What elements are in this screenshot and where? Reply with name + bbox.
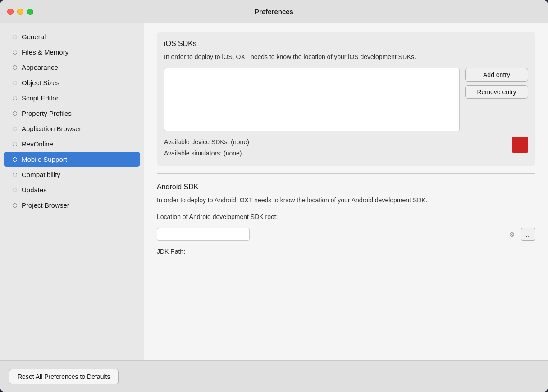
ios-sdk-section: iOS SDKs In order to deploy to iOS, OXT …	[157, 32, 535, 166]
window-controls	[7, 9, 33, 15]
sidebar-label-appearance: Appearance	[22, 64, 58, 71]
sidebar: General Files & Memory Appearance Object…	[0, 23, 144, 360]
ios-section-title: iOS SDKs	[164, 40, 528, 48]
sidebar-label-property-profiles: Property Profiles	[22, 109, 72, 117]
sidebar-label-script-editor: Script Editor	[22, 94, 59, 102]
sidebar-item-property-profiles[interactable]: Property Profiles	[4, 106, 140, 121]
sidebar-dot-compatibility	[13, 173, 17, 177]
minimize-button[interactable]	[17, 9, 23, 15]
sidebar-dot-script-editor	[13, 96, 17, 100]
available-info: Available device SDKs: (none) Available …	[164, 137, 528, 159]
sidebar-item-revonline[interactable]: RevOnline	[4, 137, 140, 151]
sidebar-dot-mobile-support	[13, 157, 17, 162]
jdk-path-label: JDK Path:	[157, 248, 535, 255]
preferences-window: Preferences General Files & Memory Appea…	[0, 0, 548, 392]
sidebar-dot-files-memory	[13, 50, 17, 55]
available-simulators: Available simulators: (none)	[164, 148, 249, 159]
ios-sdk-buttons: Add entry Remove entry	[465, 68, 528, 99]
ios-section-description: In order to deploy to iOS, OXT needs to …	[164, 52, 528, 62]
sidebar-item-updates[interactable]: Updates	[4, 182, 140, 197]
ios-sdk-row: Add entry Remove entry	[164, 68, 528, 131]
red-status-indicator	[512, 137, 528, 153]
sidebar-dot-project-browser	[13, 203, 17, 208]
section-separator	[157, 173, 535, 174]
android-section-title: Android SDK	[157, 183, 535, 191]
sidebar-item-appearance[interactable]: Appearance	[4, 60, 140, 75]
window-title: Preferences	[255, 8, 293, 15]
android-sdk-input[interactable]	[157, 228, 250, 241]
main-content: iOS SDKs In order to deploy to iOS, OXT …	[144, 23, 548, 360]
remove-entry-button[interactable]: Remove entry	[465, 85, 528, 99]
available-text: Available device SDKs: (none) Available …	[164, 137, 249, 159]
android-section-description: In order to deploy to Android, OXT needs…	[157, 196, 535, 205]
maximize-button[interactable]	[27, 9, 33, 15]
footer: Reset All Preferences to Defaults	[0, 360, 548, 392]
sidebar-item-object-sizes[interactable]: Object Sizes	[4, 75, 140, 90]
sidebar-dot-appearance	[13, 65, 17, 70]
close-button[interactable]	[7, 9, 14, 15]
android-sdk-root-label: Location of Android development SDK root…	[157, 212, 535, 222]
sidebar-label-application-browser: Application Browser	[22, 125, 82, 132]
add-entry-button[interactable]: Add entry	[465, 68, 528, 82]
sidebar-item-project-browser[interactable]: Project Browser	[4, 198, 140, 213]
sidebar-dot-revonline	[13, 142, 17, 146]
sidebar-item-mobile-support[interactable]: Mobile Support	[4, 152, 140, 167]
sidebar-dot-application-browser	[13, 127, 17, 131]
sidebar-item-script-editor[interactable]: Script Editor	[4, 91, 140, 105]
sidebar-label-mobile-support: Mobile Support	[22, 155, 67, 163]
android-sdk-input-wrapper: ⊗	[157, 228, 518, 241]
titlebar: Preferences	[0, 0, 548, 23]
clear-input-icon[interactable]: ⊗	[509, 231, 515, 238]
android-sdk-section: Android SDK In order to deploy to Androi…	[157, 181, 535, 257]
sidebar-item-compatibility[interactable]: Compatibility	[4, 167, 140, 182]
sidebar-item-files-memory[interactable]: Files & Memory	[4, 45, 140, 59]
ios-sdk-list[interactable]	[164, 68, 460, 131]
sidebar-label-project-browser: Project Browser	[22, 201, 69, 209]
browse-button[interactable]: ...	[521, 228, 535, 241]
content-area: General Files & Memory Appearance Object…	[0, 23, 548, 360]
sidebar-dot-property-profiles	[13, 111, 17, 116]
android-sdk-input-row: ⊗ ...	[157, 228, 535, 241]
sidebar-dot-updates	[13, 188, 17, 192]
available-device-sdks: Available device SDKs: (none)	[164, 137, 249, 148]
sidebar-label-general: General	[22, 33, 46, 41]
reset-preferences-button[interactable]: Reset All Preferences to Defaults	[9, 369, 119, 384]
sidebar-dot-general	[13, 35, 17, 39]
sidebar-label-updates: Updates	[22, 186, 47, 194]
sidebar-label-files-memory: Files & Memory	[22, 48, 68, 56]
sidebar-item-general[interactable]: General	[4, 29, 140, 44]
sidebar-dot-object-sizes	[13, 81, 17, 85]
sidebar-label-revonline: RevOnline	[22, 140, 53, 148]
sidebar-label-compatibility: Compatibility	[22, 171, 60, 178]
sidebar-label-object-sizes: Object Sizes	[22, 79, 59, 87]
sidebar-item-application-browser[interactable]: Application Browser	[4, 121, 140, 136]
